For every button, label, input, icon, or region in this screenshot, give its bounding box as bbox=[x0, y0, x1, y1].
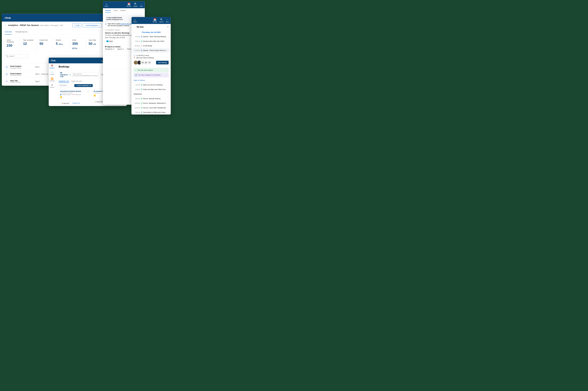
agenda-item[interactable]: 4:00 pm Follow Up Tasks and Client Commu… bbox=[131, 87, 171, 92]
home-icon: ⌂ bbox=[105, 2, 108, 5]
event-color-bar bbox=[141, 111, 142, 114]
agenda-item[interactable]: 12:00 pm FinCon: Lunch with Potential Re… bbox=[131, 106, 171, 110]
envelope-icon: ✉ bbox=[105, 45, 107, 48]
mobile-nav: ⌂Home 📅My Day 🔍Search ⋯More bbox=[131, 17, 171, 24]
page-title: Analytics - RRSP Tax Season bbox=[8, 24, 39, 27]
agenda-item[interactable]: 9:30 am Annual review with John Smith ⌄ bbox=[131, 39, 171, 44]
home-icon: ⌂ bbox=[133, 18, 137, 21]
back-icon[interactable]: ← bbox=[133, 25, 135, 28]
event-detail: 🕐11:00 AM (1 Hour) 📍Microsoft Teams Meet… bbox=[131, 53, 171, 67]
nav-search[interactable]: 🔍Search bbox=[133, 2, 138, 7]
attendee-avatar: +5 bbox=[147, 60, 152, 65]
close-icon[interactable]: ✕ bbox=[167, 25, 169, 28]
agenda-item[interactable]: 8:15 am Internal - Team Planning Meeting… bbox=[131, 34, 171, 39]
bookings-icon: 📅 bbox=[50, 65, 54, 67]
check-icon: ✓ bbox=[135, 69, 136, 71]
chevron-down-icon: ⌄ bbox=[168, 107, 169, 109]
sidebar-item-cadences[interactable]: 🔁Cadences bbox=[49, 77, 55, 82]
salesforce-icon bbox=[106, 40, 109, 42]
tab-track[interactable]: Track bbox=[114, 10, 118, 13]
add-recipients-button[interactable]: +Add Recipients⌄ bbox=[83, 23, 102, 27]
sidebar-item-settings[interactable]: ⚙Settings bbox=[50, 84, 54, 88]
stat-card: Emails Sent 50 bbox=[37, 38, 53, 51]
agenda-item[interactable]: 10:45 am 15 Min Break ⌄ bbox=[131, 44, 171, 48]
preview-link-button[interactable]: Preview Link bbox=[71, 102, 81, 105]
nav-search[interactable]: 🔍Search bbox=[159, 18, 164, 23]
chevron-down-icon: ⌄ bbox=[168, 98, 169, 100]
sidebar-item-bookings[interactable]: 📅Bookings bbox=[50, 65, 54, 69]
chevron-down-icon: ⌄ bbox=[168, 111, 169, 113]
availability-card: ⋮ Investment Portfolio Review ⏱ 30 mins … bbox=[59, 89, 90, 106]
event-color-bar bbox=[141, 102, 142, 104]
search-input[interactable]: 🔍 Search bbox=[59, 84, 74, 87]
tab-related[interactable]: Related bbox=[105, 10, 111, 13]
date-started: Date Started: 11th August , 2023 bbox=[40, 24, 63, 26]
tracked-status[interactable]: ✓This has been tracked.› bbox=[133, 68, 169, 72]
agenda-item[interactable]: 10:00 am FinCon: Workshop: Retirement Pl… bbox=[131, 101, 171, 106]
search-icon: 🔍 bbox=[133, 2, 138, 5]
chevron-down-icon: ⌄ bbox=[168, 102, 169, 104]
agenda-item[interactable]: 9:00 am FinCon: Keynote Address ⌄ bbox=[131, 97, 171, 101]
card-menu-icon[interactable]: ⋮ bbox=[87, 90, 89, 93]
attendee-avatars: TMSK+5 bbox=[133, 60, 152, 65]
agenda-item[interactable]: 2:00 pm Travel Back to Office and Follow… bbox=[131, 110, 171, 114]
stats-row: Active Recipients 230 Task competed 12 E… bbox=[2, 35, 105, 54]
mobile-nav: ⌂Home 📅My Day 🔍Search ⋯More bbox=[103, 1, 145, 8]
more-icon: ⋯ bbox=[140, 2, 143, 5]
chevron-down-icon: ⌄ bbox=[168, 40, 169, 42]
tab-overview[interactable]: Overview bbox=[5, 29, 12, 34]
copy-link-button[interactable]: 📋 Copy Link bbox=[60, 102, 70, 105]
back-icon[interactable]: ← bbox=[5, 24, 7, 26]
signature-url: https://rivateam-oms.byriva.com/availabi… bbox=[72, 73, 99, 77]
sync-icon: 🔄 bbox=[135, 74, 137, 76]
nav-more[interactable]: ⋯More bbox=[140, 2, 143, 7]
calendar-icon: 📅 bbox=[152, 18, 157, 21]
clock-icon: 🕐 bbox=[133, 55, 135, 56]
analytics-header: riva bbox=[2, 14, 105, 22]
next-day-icon[interactable]: › bbox=[168, 31, 169, 33]
step-type-icon: ✆ bbox=[5, 80, 9, 83]
open-in-outlook-link[interactable]: Open in Outlook bbox=[131, 78, 171, 83]
analytics-subheader: ← Analytics - RRSP Tax Season Date Start… bbox=[2, 22, 105, 29]
current-date: Thursday Jan 18 2024 bbox=[141, 31, 161, 33]
prev-day-icon[interactable]: ‹ bbox=[133, 31, 134, 33]
join-meeting-button[interactable]: Join Meeting bbox=[156, 61, 169, 64]
tab-actions[interactable]: Actions bbox=[120, 10, 126, 13]
chevron-down-icon: ⌄ bbox=[98, 24, 100, 26]
event-color-bar bbox=[141, 35, 142, 38]
settings-icon: ⚙ bbox=[50, 84, 54, 86]
step-type-icon: ✉ bbox=[5, 72, 9, 76]
stat-card: Clicks 355 (57%) bbox=[70, 38, 86, 51]
template-icon: 📄 bbox=[50, 71, 55, 74]
calendar-icon: 📅 bbox=[127, 2, 131, 5]
nav-myday[interactable]: 📅My Day bbox=[152, 18, 157, 23]
agenda-item[interactable]: 11:00 am Internal - FinCon Game Plan for… bbox=[131, 48, 171, 53]
chevron-down-icon: ⌄ bbox=[168, 45, 169, 47]
edit-button[interactable]: ✎Edit bbox=[72, 23, 81, 27]
event-color-bar bbox=[141, 84, 142, 86]
create-availability-link-button[interactable]: + Create Availability Link bbox=[74, 84, 93, 87]
nav-home[interactable]: ⌂Home bbox=[133, 18, 137, 23]
search-input[interactable]: 🔍 Search bbox=[5, 54, 28, 58]
copy-link-button[interactable]: 📋 Copy Link bbox=[94, 100, 104, 103]
tab-availability-links[interactable]: Availability Links bbox=[59, 80, 69, 83]
riva-logo: riva bbox=[51, 59, 56, 62]
step-type-icon: ✉ bbox=[5, 65, 9, 69]
tab-single-use-links[interactable]: Single Use Links bbox=[71, 80, 82, 83]
location-icon: 📍 bbox=[133, 57, 135, 59]
stat-card: Active Recipients 230 bbox=[5, 38, 20, 51]
changes-status[interactable]: 🔄You have changes to be tracked.› bbox=[133, 73, 169, 77]
nav-myday[interactable]: 📅My Day bbox=[127, 2, 131, 7]
sidebar-item-template[interactable]: 📄Template bbox=[50, 71, 55, 75]
event-color-bar bbox=[141, 45, 142, 47]
stat-card: Replies 5 (5%) bbox=[54, 38, 69, 51]
nav-more[interactable]: ⋯More bbox=[166, 18, 169, 23]
event-color-bar bbox=[141, 40, 142, 42]
nav-home[interactable]: ⌂Home bbox=[105, 2, 108, 7]
envelope-icon: ✉ bbox=[105, 29, 106, 31]
chevron-down-icon: ⌄ bbox=[168, 36, 169, 38]
open-in-salesforce-button[interactable]: Open bbox=[105, 40, 115, 43]
agenda-item[interactable]: 1:00 pm David Lee (Ad-Hoc Meeting) ⌄ bbox=[131, 83, 171, 87]
tab-recipients[interactable]: Recipients(132) bbox=[15, 29, 27, 34]
chevron-down-icon: ⌄ bbox=[168, 88, 169, 90]
